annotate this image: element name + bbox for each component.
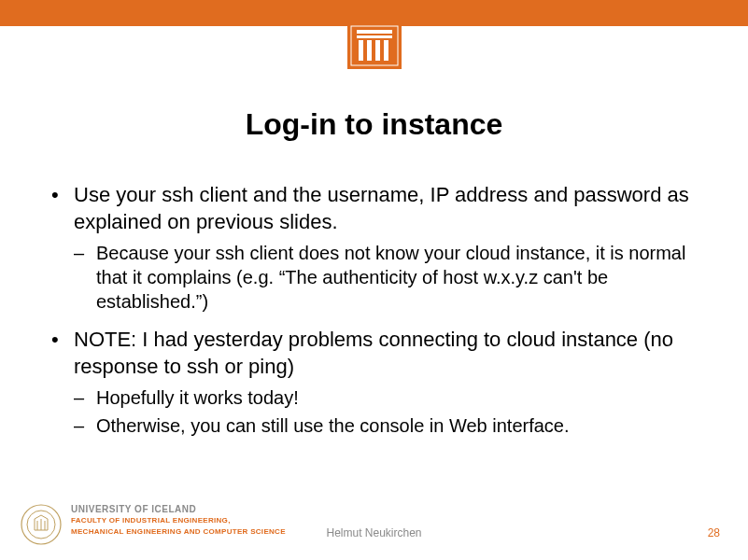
header-logo-icon	[347, 22, 402, 73]
footer: UNIVERSITY OF ICELAND FACULTY OF INDUSTR…	[0, 489, 748, 545]
faculty-line: FACULTY OF INDUSTRIAL ENGINEERING,	[71, 516, 286, 525]
svg-rect-2	[357, 30, 392, 34]
bullet-item: NOTE: I had yesterday problems connectin…	[51, 327, 697, 438]
svg-rect-4	[359, 40, 363, 61]
university-seal-icon	[21, 504, 62, 545]
slide-content: Use your ssh client and the username, IP…	[51, 182, 697, 451]
svg-rect-3	[357, 35, 392, 38]
bullet-text: NOTE: I had yesterday problems connectin…	[74, 328, 673, 378]
svg-rect-5	[367, 40, 372, 61]
footer-author: Helmut Neukirchen	[326, 526, 421, 539]
bullet-text: Use your ssh client and the username, IP…	[74, 183, 689, 233]
sub-bullet-item: Otherwise, you can still use the console…	[74, 413, 697, 438]
university-text-block: UNIVERSITY OF ICELAND FACULTY OF INDUSTR…	[71, 504, 286, 536]
svg-rect-0	[347, 22, 402, 69]
svg-rect-7	[384, 40, 388, 61]
faculty-line: MECHANICAL ENGINEERING AND COMPUTER SCIE…	[71, 527, 286, 537]
bullet-item: Use your ssh client and the username, IP…	[51, 182, 697, 314]
slide-title: Log-in to instance	[0, 107, 748, 142]
university-name: UNIVERSITY OF ICELAND	[71, 504, 286, 514]
sub-bullet-item: Hopefully it works today!	[74, 385, 697, 410]
sub-bullet-item: Because your ssh client does not know yo…	[74, 241, 697, 314]
svg-rect-6	[375, 40, 380, 61]
footer-logo: UNIVERSITY OF ICELAND FACULTY OF INDUSTR…	[21, 504, 286, 545]
page-number: 28	[708, 526, 720, 539]
